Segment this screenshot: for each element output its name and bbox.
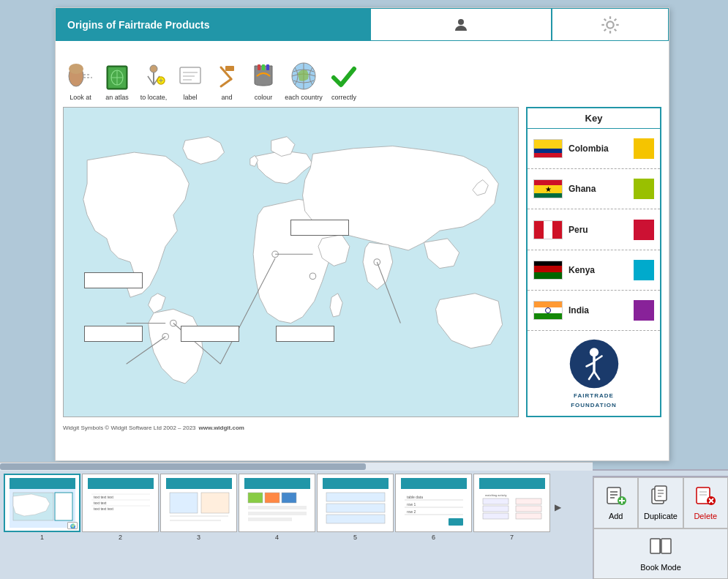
map-label-box-3[interactable] <box>84 326 143 342</box>
book-mode-label: Book Mode <box>640 563 681 572</box>
instruction-row: Look at an atlas <box>56 41 669 107</box>
svg-rect-88 <box>326 515 385 523</box>
flag-india <box>533 301 563 320</box>
svg-rect-106 <box>516 513 541 519</box>
map-label-box-1[interactable] <box>84 272 143 288</box>
thumbnail-5[interactable]: 5 <box>317 474 394 541</box>
svg-text:®: ® <box>612 344 616 349</box>
label-icon <box>174 60 206 92</box>
svg-text:text text: text text <box>94 501 107 505</box>
duplicate-label: Duplicate <box>644 512 678 520</box>
footer-copyright: Widgit Symbols © Widgit Software Ltd 200… <box>63 425 196 431</box>
thumbnail-2[interactable]: text text text text text text text text … <box>82 474 159 541</box>
svg-rect-102 <box>483 506 509 512</box>
svg-rect-98 <box>479 478 545 489</box>
map-label-box-5[interactable] <box>276 326 334 342</box>
svg-rect-84 <box>323 478 389 489</box>
svg-rect-101 <box>483 498 509 504</box>
colour-icon <box>247 60 279 92</box>
instr-label-label: label <box>183 94 197 101</box>
map-label-box-2[interactable] <box>290 220 349 236</box>
thumb-num-3: 3 <box>197 534 200 541</box>
thumb-img-1[interactable]: 🌍 <box>4 474 80 532</box>
key-swatch-colombia <box>634 138 654 159</box>
page-footer: Widgit Symbols © Widgit Software Ltd 200… <box>56 422 669 434</box>
thumb-num-1: 1 <box>40 534 44 541</box>
thumb-img-7[interactable]: matching activity <box>473 474 550 532</box>
instr-look-at-label: Look at <box>70 94 91 101</box>
look-at-icon <box>64 60 97 92</box>
sun-area[interactable] <box>552 8 669 41</box>
key-swatch-kenya <box>634 260 654 280</box>
thumb-num-7: 7 <box>510 534 514 541</box>
thumbnail-1[interactable]: 🌍 1 <box>4 474 80 541</box>
svg-rect-34 <box>262 64 265 70</box>
key-country-india: India <box>568 305 628 315</box>
svg-rect-35 <box>266 64 269 70</box>
svg-rect-72 <box>170 493 198 513</box>
thumbnail-6[interactable]: table data row 1 row 2 6 <box>395 474 472 541</box>
instr-correctly: correctly <box>326 60 361 101</box>
thumbnail-4[interactable]: 4 <box>239 474 315 541</box>
flag-peru <box>533 220 563 239</box>
svg-rect-83 <box>248 518 292 521</box>
svg-point-0 <box>458 19 464 25</box>
thumb-img-5[interactable] <box>317 474 394 532</box>
svg-rect-103 <box>483 513 509 519</box>
page-title: Origins of Fairtrade Products <box>56 8 370 41</box>
add-button[interactable]: Add <box>593 477 638 528</box>
instr-correctly-label: correctly <box>331 94 356 101</box>
thumb-img-6[interactable]: table data row 1 row 2 <box>395 474 472 532</box>
thumb-img-4[interactable] <box>239 474 315 532</box>
svg-rect-80 <box>282 493 296 503</box>
user-icon <box>452 16 470 34</box>
svg-rect-125 <box>650 539 660 553</box>
svg-rect-26 <box>180 67 200 83</box>
delete-label: Delete <box>694 512 717 520</box>
svg-line-7 <box>615 29 617 31</box>
book-mode-button[interactable]: Book Mode <box>593 528 728 580</box>
svg-text:table data: table data <box>407 495 423 499</box>
scroll-right-arrow[interactable]: ▶ <box>552 502 563 512</box>
svg-point-51 <box>589 348 598 356</box>
thumbnail-3[interactable]: 3 <box>160 474 237 541</box>
add-label: Add <box>609 512 623 520</box>
atlas-icon <box>101 60 133 92</box>
thumbnail-7[interactable]: matching activity 7 <box>473 474 550 541</box>
user-area[interactable] <box>370 8 552 41</box>
key-swatch-india <box>634 300 654 321</box>
delete-button[interactable]: Delete <box>683 477 728 528</box>
main-content: Key Colombia <box>56 107 669 422</box>
each-country-icon <box>288 60 320 92</box>
svg-rect-62 <box>88 478 154 489</box>
svg-rect-73 <box>201 493 229 513</box>
instr-and-label: and <box>221 94 232 101</box>
key-country-colombia: Colombia <box>568 143 628 154</box>
svg-text:text text text: text text text <box>94 507 114 511</box>
toolbar-btn-row-2: Book Mode <box>593 528 728 580</box>
delete-icon <box>695 485 716 509</box>
toolbar-btn-row-1: Add Duplicate <box>593 477 728 528</box>
thumb-img-3[interactable] <box>160 474 237 532</box>
key-country-peru: Peru <box>568 225 628 235</box>
svg-rect-86 <box>326 493 385 501</box>
correctly-icon <box>328 60 360 92</box>
key-row-peru: Peru <box>528 209 660 250</box>
svg-rect-87 <box>326 504 385 512</box>
instr-atlas-label: an atlas <box>105 94 129 101</box>
instr-look-at: Look at <box>63 60 98 101</box>
svg-rect-82 <box>248 512 307 515</box>
instr-label: label <box>173 60 208 101</box>
scroll-thumb[interactable] <box>0 463 366 470</box>
duplicate-button[interactable]: Duplicate <box>638 477 683 528</box>
svg-rect-126 <box>661 539 671 553</box>
thumb-img-2[interactable]: text text text text text text text text <box>82 474 159 532</box>
thumb-num-5: 5 <box>353 534 357 541</box>
scroll-bar[interactable] <box>0 462 593 471</box>
flag-ghana: ★ <box>533 179 563 198</box>
map-label-box-4[interactable] <box>181 326 239 342</box>
thumb-num-4: 4 <box>275 534 279 541</box>
thumb-num-6: 6 <box>432 534 435 541</box>
svg-text:text text text: text text text <box>94 495 114 499</box>
instr-each-country-label: each country <box>285 94 323 101</box>
